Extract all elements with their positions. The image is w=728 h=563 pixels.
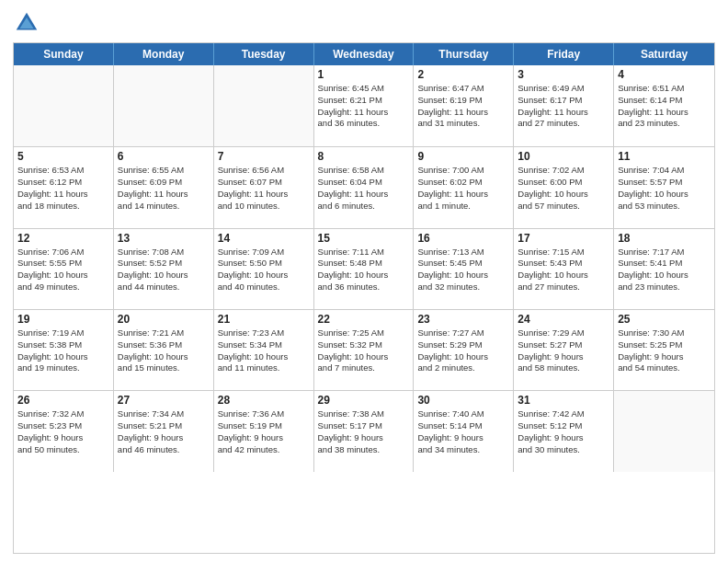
calendar-cell (614, 391, 714, 471)
calendar-cell: 6Sunrise: 6:55 AM Sunset: 6:09 PM Daylig… (114, 147, 214, 227)
day-info: Sunrise: 7:42 AM Sunset: 5:12 PM Dayligh… (518, 408, 609, 455)
weekday-header: Sunday (14, 43, 114, 65)
calendar-cell: 29Sunrise: 7:38 AM Sunset: 5:17 PM Dayli… (314, 391, 415, 471)
weekday-header: Saturday (614, 43, 714, 65)
day-number: 18 (618, 232, 711, 245)
calendar-cell: 13Sunrise: 7:08 AM Sunset: 5:52 PM Dayli… (114, 229, 214, 309)
calendar-cell: 27Sunrise: 7:34 AM Sunset: 5:21 PM Dayli… (114, 391, 214, 471)
day-number: 11 (618, 150, 711, 163)
calendar-cell: 20Sunrise: 7:21 AM Sunset: 5:36 PM Dayli… (114, 310, 214, 390)
day-info: Sunrise: 7:34 AM Sunset: 5:21 PM Dayligh… (118, 408, 210, 455)
day-info: Sunrise: 6:53 AM Sunset: 6:12 PM Dayligh… (17, 165, 109, 212)
day-number: 16 (417, 232, 509, 245)
day-number: 25 (618, 313, 711, 326)
day-info: Sunrise: 7:36 AM Sunset: 5:19 PM Dayligh… (218, 408, 310, 455)
calendar-cell: 15Sunrise: 7:11 AM Sunset: 5:48 PM Dayli… (314, 229, 415, 309)
day-number: 13 (118, 232, 210, 245)
calendar-container: SundayMondayTuesdayWednesdayThursdayFrid… (0, 0, 728, 563)
day-number: 26 (17, 394, 109, 407)
calendar-cell: 11Sunrise: 7:04 AM Sunset: 5:57 PM Dayli… (614, 147, 714, 227)
day-info: Sunrise: 7:06 AM Sunset: 5:55 PM Dayligh… (17, 247, 109, 293)
logo-icon (13, 9, 40, 37)
day-info: Sunrise: 7:11 AM Sunset: 5:48 PM Dayligh… (318, 247, 410, 293)
day-info: Sunrise: 7:38 AM Sunset: 5:17 PM Dayligh… (318, 408, 410, 455)
calendar-row: 26Sunrise: 7:32 AM Sunset: 5:23 PM Dayli… (14, 390, 714, 471)
calendar-cell: 22Sunrise: 7:25 AM Sunset: 5:32 PM Dayli… (314, 310, 415, 390)
calendar: SundayMondayTuesdayWednesdayThursdayFrid… (13, 42, 715, 554)
day-info: Sunrise: 7:15 AM Sunset: 5:43 PM Dayligh… (518, 247, 609, 293)
calendar-cell: 4Sunrise: 6:51 AM Sunset: 6:14 PM Daylig… (614, 65, 714, 146)
calendar-cell (14, 65, 114, 146)
calendar-cell: 3Sunrise: 6:49 AM Sunset: 6:17 PM Daylig… (514, 65, 614, 146)
day-number: 10 (518, 150, 609, 163)
calendar-cell: 9Sunrise: 7:00 AM Sunset: 6:02 PM Daylig… (414, 147, 514, 227)
day-number: 30 (417, 394, 509, 407)
day-number: 31 (518, 394, 609, 407)
day-info: Sunrise: 7:13 AM Sunset: 5:45 PM Dayligh… (417, 247, 509, 293)
calendar-cell (214, 65, 314, 146)
calendar-cell: 16Sunrise: 7:13 AM Sunset: 5:45 PM Dayli… (414, 229, 514, 309)
calendar-cell: 25Sunrise: 7:30 AM Sunset: 5:25 PM Dayli… (614, 310, 714, 390)
calendar-header: SundayMondayTuesdayWednesdayThursdayFrid… (14, 43, 714, 65)
day-info: Sunrise: 7:02 AM Sunset: 6:00 PM Dayligh… (518, 165, 609, 212)
day-number: 27 (118, 394, 210, 407)
day-number: 24 (518, 313, 609, 326)
calendar-cell: 28Sunrise: 7:36 AM Sunset: 5:19 PM Dayli… (214, 391, 314, 471)
day-number: 17 (518, 232, 609, 245)
header (13, 9, 715, 37)
day-number: 22 (318, 313, 410, 326)
weekday-header: Thursday (414, 43, 514, 65)
day-number: 1 (318, 68, 410, 81)
day-number: 8 (318, 150, 410, 163)
calendar-row: 1Sunrise: 6:45 AM Sunset: 6:21 PM Daylig… (14, 65, 714, 146)
weekday-header: Tuesday (214, 43, 314, 65)
day-info: Sunrise: 6:47 AM Sunset: 6:19 PM Dayligh… (417, 83, 509, 130)
day-info: Sunrise: 7:19 AM Sunset: 5:38 PM Dayligh… (17, 327, 109, 374)
day-number: 12 (17, 232, 109, 245)
day-info: Sunrise: 7:17 AM Sunset: 5:41 PM Dayligh… (618, 247, 711, 293)
weekday-header: Friday (514, 43, 614, 65)
calendar-cell: 30Sunrise: 7:40 AM Sunset: 5:14 PM Dayli… (414, 391, 514, 471)
day-info: Sunrise: 7:09 AM Sunset: 5:50 PM Dayligh… (218, 247, 310, 293)
day-info: Sunrise: 7:23 AM Sunset: 5:34 PM Dayligh… (218, 327, 310, 374)
day-number: 3 (518, 68, 609, 81)
day-number: 20 (118, 313, 210, 326)
calendar-cell: 18Sunrise: 7:17 AM Sunset: 5:41 PM Dayli… (614, 229, 714, 309)
calendar-row: 12Sunrise: 7:06 AM Sunset: 5:55 PM Dayli… (14, 228, 714, 309)
day-info: Sunrise: 7:30 AM Sunset: 5:25 PM Dayligh… (618, 327, 711, 374)
calendar-cell: 7Sunrise: 6:56 AM Sunset: 6:07 PM Daylig… (214, 147, 314, 227)
calendar-row: 19Sunrise: 7:19 AM Sunset: 5:38 PM Dayli… (14, 309, 714, 390)
day-info: Sunrise: 6:56 AM Sunset: 6:07 PM Dayligh… (218, 165, 310, 212)
day-number: 21 (218, 313, 310, 326)
day-number: 9 (417, 150, 509, 163)
calendar-cell: 31Sunrise: 7:42 AM Sunset: 5:12 PM Dayli… (514, 391, 614, 471)
day-number: 7 (218, 150, 310, 163)
day-info: Sunrise: 7:25 AM Sunset: 5:32 PM Dayligh… (318, 327, 410, 374)
weekday-header: Wednesday (314, 43, 415, 65)
calendar-body: 1Sunrise: 6:45 AM Sunset: 6:21 PM Daylig… (14, 65, 714, 553)
day-info: Sunrise: 7:27 AM Sunset: 5:29 PM Dayligh… (417, 327, 509, 374)
calendar-cell: 24Sunrise: 7:29 AM Sunset: 5:27 PM Dayli… (514, 310, 614, 390)
day-number: 15 (318, 232, 410, 245)
day-info: Sunrise: 7:04 AM Sunset: 5:57 PM Dayligh… (618, 165, 711, 212)
day-number: 28 (218, 394, 310, 407)
calendar-cell (114, 65, 214, 146)
day-number: 19 (17, 313, 109, 326)
calendar-cell: 19Sunrise: 7:19 AM Sunset: 5:38 PM Dayli… (14, 310, 114, 390)
calendar-cell: 8Sunrise: 6:58 AM Sunset: 6:04 PM Daylig… (314, 147, 415, 227)
logo (13, 9, 44, 37)
calendar-cell: 14Sunrise: 7:09 AM Sunset: 5:50 PM Dayli… (214, 229, 314, 309)
day-info: Sunrise: 6:51 AM Sunset: 6:14 PM Dayligh… (618, 83, 711, 130)
day-number: 4 (618, 68, 711, 81)
day-info: Sunrise: 6:49 AM Sunset: 6:17 PM Dayligh… (518, 83, 609, 130)
calendar-cell: 12Sunrise: 7:06 AM Sunset: 5:55 PM Dayli… (14, 229, 114, 309)
day-info: Sunrise: 7:32 AM Sunset: 5:23 PM Dayligh… (17, 408, 109, 455)
calendar-cell: 23Sunrise: 7:27 AM Sunset: 5:29 PM Dayli… (414, 310, 514, 390)
day-number: 5 (17, 150, 109, 163)
day-number: 2 (417, 68, 509, 81)
calendar-cell: 10Sunrise: 7:02 AM Sunset: 6:00 PM Dayli… (514, 147, 614, 227)
day-number: 6 (118, 150, 210, 163)
calendar-cell: 21Sunrise: 7:23 AM Sunset: 5:34 PM Dayli… (214, 310, 314, 390)
day-info: Sunrise: 7:40 AM Sunset: 5:14 PM Dayligh… (417, 408, 509, 455)
day-number: 14 (218, 232, 310, 245)
